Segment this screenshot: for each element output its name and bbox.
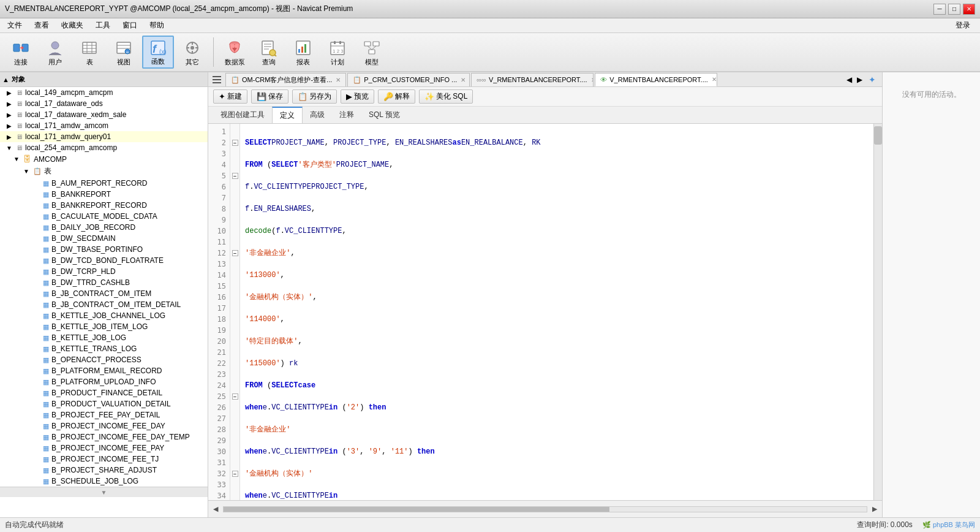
saveas-button[interactable]: 📋 另存为 — [292, 89, 337, 104]
sidebar-table-7[interactable]: ▦ B_DW_TBASE_PORTINFO — [0, 244, 208, 255]
line-num-30: 30 — [208, 446, 226, 457]
new-button[interactable]: ✦ 新建 — [213, 89, 247, 104]
toolbar-function[interactable]: f (x) 函数 — [142, 36, 174, 69]
tab-v-rment2[interactable]: 👁 V_RMENTBALANCEREPORT.... ✕ — [595, 73, 717, 86]
sidebar-item-local171amcom[interactable]: ▶ 🖥 local_171_amdw_amcom — [0, 120, 208, 131]
toolbar-user[interactable]: 用户 — [39, 36, 71, 69]
sidebar-table-10[interactable]: ▦ B_DW_TTRD_CASHLB — [0, 277, 208, 288]
fold-12[interactable]: − — [230, 248, 239, 259]
tab-p-crm[interactable]: 📋 P_CRM_CUSTOMER_INFO ... ✕ — [347, 73, 470, 86]
close-button[interactable]: ✕ — [963, 4, 975, 15]
toolbar-report[interactable]: 报表 — [287, 36, 319, 69]
subtab-definition[interactable]: 定义 — [272, 107, 303, 123]
sidebar-table-12[interactable]: ▦ B_JB_CONTRACT_OM_ITEM_DETAIL — [0, 299, 208, 310]
fold-2[interactable]: − — [230, 137, 239, 148]
sidebar-table-2[interactable]: ▦ B_BANKREPORT — [0, 189, 208, 200]
sidebar-table-21[interactable]: ▦ B_PRODUCT_VALUATION_DETAIL — [0, 398, 208, 409]
sidebar-table-16[interactable]: ▦ B_KETTLE_TRANS_LOG — [0, 343, 208, 354]
sidebar-table-9[interactable]: ▦ B_DW_TCRP_HLD — [0, 266, 208, 277]
sidebar-table-23[interactable]: ▦ B_PROJECT_INCOME_FEE_DAY — [0, 420, 208, 431]
menu-view[interactable]: 查看 — [29, 19, 54, 32]
sidebar-table-13[interactable]: ▦ B_KETTLE_JOB_CHANNEL_LOG — [0, 310, 208, 321]
tab-p-crm-close[interactable]: ✕ — [461, 77, 466, 83]
fold-5[interactable]: − — [230, 170, 239, 181]
subtab-comment[interactable]: 注释 — [332, 107, 361, 123]
fold-25[interactable]: − — [230, 391, 239, 402]
sidebar-item-local254[interactable]: ▼ 🖥 local_254_amcpm_amcomp — [0, 142, 208, 153]
subtab-view-builder[interactable]: 视图创建工具 — [213, 107, 272, 123]
line-num-26: 26 — [208, 402, 226, 413]
sidebar-table-6[interactable]: ▦ B_DW_SECDMAIN — [0, 233, 208, 244]
h-scroll-thumb[interactable] — [224, 507, 609, 512]
sidebar-table-22[interactable]: ▦ B_PROJECT_FEE_PAY_DETAIL — [0, 409, 208, 420]
toolbar-model[interactable]: 模型 — [356, 36, 388, 69]
sidebar-item-local17ods[interactable]: ▶ 🖥 local_17_dataware_ods — [0, 98, 208, 109]
sidebar-table-19[interactable]: ▦ B_PLATFORM_UPLOAD_INFO — [0, 376, 208, 387]
sidebar-table-25[interactable]: ▦ B_PROJECT_INCOME_FEE_PAY — [0, 443, 208, 454]
toolbar-datapump-label: 数据泵 — [225, 58, 245, 67]
sidebar-table-24[interactable]: ▦ B_PROJECT_INCOME_FEE_DAY_TEMP — [0, 431, 208, 443]
beautify-button[interactable]: ✨ 美化 SQL — [419, 89, 473, 104]
menu-file[interactable]: 文件 — [2, 19, 27, 32]
sidebar-table-3[interactable]: ▦ B_BANKREPORT_RECORD — [0, 200, 208, 211]
subtab-sql-preview[interactable]: SQL 预览 — [361, 107, 407, 123]
horizontal-scrollbar[interactable] — [223, 506, 867, 512]
toolbar-user-label: 用户 — [48, 58, 62, 67]
sidebar-table-8[interactable]: ▦ B_DW_TCD_BOND_FLOATRATE — [0, 255, 208, 266]
sidebar-table-26[interactable]: ▦ B_PROJECT_INCOME_FEE_TJ — [0, 454, 208, 465]
menu-favorites[interactable]: 收藏夹 — [56, 19, 88, 32]
sidebar-item-tables[interactable]: ▼ 📋 表 — [0, 165, 208, 178]
sql-editor[interactable]: SELECT PROJECT_NAME, PROJECT_TYPE, EN_RE… — [240, 124, 873, 500]
toolbar-other[interactable]: 其它 — [176, 36, 208, 69]
toolbar-connect[interactable]: 连接 — [5, 36, 37, 69]
horizontal-scroll-right[interactable]: ▶ — [872, 505, 877, 513]
sidebar-table-5[interactable]: ▦ B_DAILY_JOB_RECORD — [0, 222, 208, 233]
hamburger-menu[interactable] — [211, 74, 223, 86]
sidebar-table-18[interactable]: ▦ B_PLATFORM_EMAIL_RECORD — [0, 365, 208, 376]
datapump-icon — [225, 38, 244, 58]
toolbar-datapump[interactable]: 数据泵 — [219, 36, 251, 69]
sidebar-item-local17sale[interactable]: ▶ 🖥 local_17_dataware_xedm_sale — [0, 109, 208, 120]
sidebar-table-11[interactable]: ▦ B_JB_CONTRACT_OM_ITEM — [0, 288, 208, 299]
sidebar-table-4[interactable]: ▦ B_CACULATE_MODEL_CDATA — [0, 211, 208, 222]
toolbar-query[interactable]: 查询 — [253, 36, 285, 69]
main-layout: ▲ 对象 ▶ 🖥 local_149_amcpm_amcpm ▶ 🖥 local… — [0, 72, 980, 517]
sidebar-item-local171query[interactable]: ▶ 🖥 local_171_amdw_query01 — [0, 131, 208, 142]
sidebar-item-local149[interactable]: ▶ 🖥 local_149_amcpm_amcpm — [0, 87, 208, 98]
tab-v-rment1-close[interactable]: ✕ — [591, 77, 594, 83]
editor-scrollbar-v[interactable] — [873, 124, 882, 500]
tab-nav-left[interactable]: ◀ — [844, 74, 854, 85]
sidebar-table-27[interactable]: ▦ B_PROJECT_SHARE_ADJUST — [0, 465, 208, 476]
fold-32[interactable]: − — [230, 468, 239, 479]
tab-om-crm-close[interactable]: ✕ — [336, 77, 341, 83]
menu-window[interactable]: 窗口 — [118, 19, 142, 32]
login-button[interactable]: 登录 — [948, 19, 978, 32]
toolbar-view[interactable]: ∞ 视图 — [108, 36, 140, 69]
sidebar-table-28[interactable]: ▦ B_SCHEDULE_JOB_LOG — [0, 476, 208, 487]
horizontal-scroll-left[interactable]: ◀ — [213, 505, 218, 513]
maximize-button[interactable]: □ — [948, 4, 960, 15]
menu-tools[interactable]: 工具 — [91, 19, 115, 32]
sidebar-table-14[interactable]: ▦ B_KETTLE_JOB_ITEM_LOG — [0, 321, 208, 332]
explain-button[interactable]: 🔑 解释 — [378, 89, 415, 104]
scrollbar-thumb[interactable] — [874, 126, 882, 145]
preview-button[interactable]: ▶ 预览 — [341, 89, 374, 104]
sidebar-table-15[interactable]: ▦ B_KETTLE_JOB_LOG — [0, 332, 208, 343]
sidebar-table-17[interactable]: ▦ B_OPENACCT_PROCESS — [0, 354, 208, 365]
tab-nav-right[interactable]: ▶ — [854, 74, 865, 85]
tab-v-rment2-close[interactable]: ✕ — [712, 76, 717, 83]
tab-v-rment1[interactable]: ∞∞ V_RMENTBALANCEREPORT.... ✕ — [471, 73, 594, 86]
sidebar-item-amcomp[interactable]: ▼ 🗄 AMCOMP — [0, 153, 208, 165]
tab-om-crm[interactable]: 📋 OM-CRM客户信息维护-查看... ✕ — [225, 73, 346, 86]
subtab-advanced[interactable]: 高级 — [303, 107, 332, 123]
add-tab-btn[interactable]: ✦ — [865, 75, 880, 85]
minimize-button[interactable]: ─ — [933, 4, 946, 15]
sub-tabs: 视图创建工具 定义 高级 注释 SQL 预览 — [208, 107, 882, 124]
save-button[interactable]: 💾 保存 — [251, 89, 288, 104]
menu-help[interactable]: 帮助 — [145, 19, 169, 32]
sidebar-table-1[interactable]: ▦ B_AUM_REPORT_RECORD — [0, 178, 208, 189]
toolbar-schedule[interactable]: 1 2 3 计划 — [322, 36, 353, 69]
sidebar-table-20[interactable]: ▦ B_PRODUCT_FINANCE_DETAIL — [0, 387, 208, 398]
toolbar-table[interactable]: 表 — [74, 36, 105, 69]
sidebar-collapse-btn[interactable]: ▲ — [2, 76, 9, 83]
